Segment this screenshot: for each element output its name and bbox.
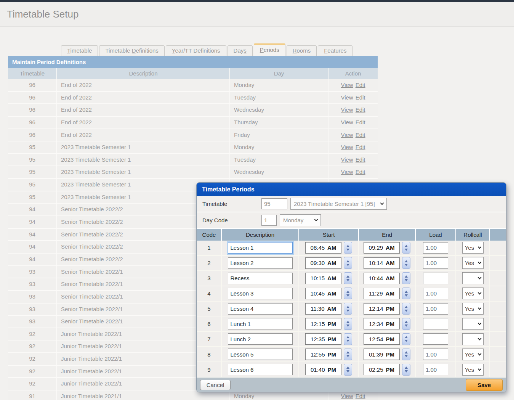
rollcall-select[interactable] — [462, 318, 484, 330]
end-time-stepper[interactable] — [402, 272, 410, 284]
period-description-input[interactable] — [228, 242, 293, 254]
rollcall-value: Yes — [465, 305, 474, 312]
rollcall-select[interactable]: Yes — [462, 288, 484, 299]
end-time-stepper[interactable] — [402, 349, 410, 360]
rollcall-select[interactable]: Yes — [462, 349, 484, 360]
period-description-input[interactable] — [228, 318, 293, 329]
edit-link[interactable]: Edit — [356, 132, 365, 138]
timetable-code-input[interactable] — [261, 198, 287, 209]
view-link[interactable]: View — [341, 169, 353, 175]
edit-link[interactable]: Edit — [356, 156, 365, 163]
end-time-input[interactable]: 02:25PM — [364, 364, 400, 375]
period-load-input[interactable] — [423, 303, 448, 315]
edit-link[interactable]: Edit — [356, 169, 365, 175]
tab-periods[interactable]: Periods — [254, 43, 285, 56]
start-time-input[interactable]: 09:30AM — [305, 257, 341, 269]
end-time-input[interactable]: 12:14PM — [364, 303, 400, 315]
start-time-stepper[interactable] — [344, 242, 352, 254]
end-time-input[interactable]: 10:44AM — [364, 273, 400, 284]
day-code-input[interactable] — [261, 215, 277, 226]
view-link[interactable]: View — [341, 393, 353, 399]
period-description-input[interactable] — [228, 303, 293, 315]
end-time-input[interactable]: 10:14AM — [364, 257, 400, 269]
start-time-stepper[interactable] — [344, 349, 352, 360]
start-time-stepper[interactable] — [344, 364, 352, 376]
period-load-input[interactable] — [423, 288, 448, 299]
start-time-input[interactable]: 11:30AM — [305, 303, 341, 315]
period-description-input[interactable] — [228, 364, 293, 375]
period-load-input[interactable] — [423, 349, 448, 360]
end-time-input[interactable]: 12:34PM — [364, 318, 400, 329]
start-time-input[interactable]: 12:15PM — [305, 318, 341, 329]
start-time-input[interactable]: 12:35PM — [305, 333, 341, 345]
rollcall-select[interactable]: Yes — [462, 257, 484, 269]
period-load-input[interactable] — [423, 333, 448, 345]
timetable-cell: 94 — [8, 204, 57, 215]
tab-timetable-definitions[interactable]: Timetable Definitions — [99, 45, 165, 56]
period-load-input[interactable] — [423, 318, 448, 329]
edit-link[interactable]: Edit — [356, 82, 365, 88]
period-description-input[interactable] — [228, 257, 293, 269]
edit-link[interactable]: Edit — [356, 144, 365, 150]
period-row: 511:30AM12:14PMYes — [197, 302, 506, 317]
period-load-input[interactable] — [423, 364, 448, 375]
period-code-cell: 6 — [197, 316, 222, 331]
end-time-input[interactable]: 11:29AM — [364, 288, 400, 299]
edit-link[interactable]: Edit — [356, 393, 365, 399]
end-time-input[interactable]: 01:39PM — [364, 349, 400, 360]
edit-link[interactable]: Edit — [356, 94, 365, 101]
rollcall-select[interactable]: Yes — [462, 303, 484, 315]
view-link[interactable]: View — [341, 82, 353, 88]
rollcall-select[interactable] — [462, 272, 484, 284]
rollcall-select[interactable] — [462, 333, 484, 345]
tab-timetable[interactable]: Timetable — [61, 45, 98, 56]
start-time-stepper[interactable] — [344, 288, 352, 299]
end-time-stepper[interactable] — [402, 242, 410, 254]
start-time-stepper[interactable] — [344, 257, 352, 269]
start-time-input[interactable]: 10:15AM — [305, 273, 341, 284]
view-link[interactable]: View — [341, 106, 353, 113]
cancel-button[interactable]: Cancel — [200, 380, 231, 390]
end-time-stepper[interactable] — [402, 257, 410, 269]
rollcall-select[interactable]: Yes — [462, 364, 484, 376]
day-select[interactable]: Monday — [280, 214, 321, 226]
end-time-stepper[interactable] — [402, 288, 410, 299]
view-link[interactable]: View — [341, 94, 353, 101]
edit-link[interactable]: Edit — [356, 119, 365, 125]
start-time-stepper[interactable] — [344, 303, 352, 315]
tab-year-tt-definitions[interactable]: Year/TT Definitions — [166, 45, 226, 56]
period-load-input[interactable] — [423, 273, 448, 284]
period-description-input[interactable] — [228, 273, 293, 284]
tab-features[interactable]: Features — [318, 45, 353, 56]
tab-days[interactable]: Days — [228, 45, 253, 56]
start-time-input[interactable]: 08:45AM — [305, 242, 341, 254]
rollcall-select[interactable]: Yes — [462, 242, 484, 254]
end-time-stepper[interactable] — [402, 364, 410, 376]
end-time-input[interactable]: 12:54PM — [364, 333, 400, 345]
view-link[interactable]: View — [341, 119, 353, 125]
start-time-stepper[interactable] — [344, 272, 352, 284]
period-load-input[interactable] — [423, 242, 448, 254]
start-time-input[interactable]: 10:45AM — [305, 288, 341, 299]
period-load-input[interactable] — [423, 257, 448, 269]
save-button[interactable]: Save — [466, 379, 503, 391]
start-time-stepper[interactable] — [344, 318, 352, 330]
view-link[interactable]: View — [341, 144, 353, 150]
end-time-stepper[interactable] — [402, 303, 410, 315]
view-link[interactable]: View — [341, 132, 353, 138]
spinner-down-icon — [346, 310, 349, 312]
start-time-input[interactable]: 01:40PM — [305, 364, 341, 375]
view-link[interactable]: View — [341, 156, 353, 163]
period-description-input[interactable] — [228, 349, 293, 360]
end-time-stepper[interactable] — [402, 318, 410, 330]
start-time-stepper[interactable] — [344, 333, 352, 345]
start-time-input[interactable]: 12:55PM — [305, 349, 341, 360]
end-time-stepper[interactable] — [402, 333, 410, 345]
day-cell: Thursday — [230, 117, 328, 129]
timetable-select[interactable]: 2023 Timetable Semester 1 [95] — [290, 198, 387, 210]
tab-rooms[interactable]: Rooms — [287, 45, 317, 56]
period-description-input[interactable] — [228, 333, 293, 345]
period-description-input[interactable] — [228, 288, 293, 299]
edit-link[interactable]: Edit — [356, 106, 365, 113]
end-time-input[interactable]: 09:29AM — [364, 242, 400, 254]
